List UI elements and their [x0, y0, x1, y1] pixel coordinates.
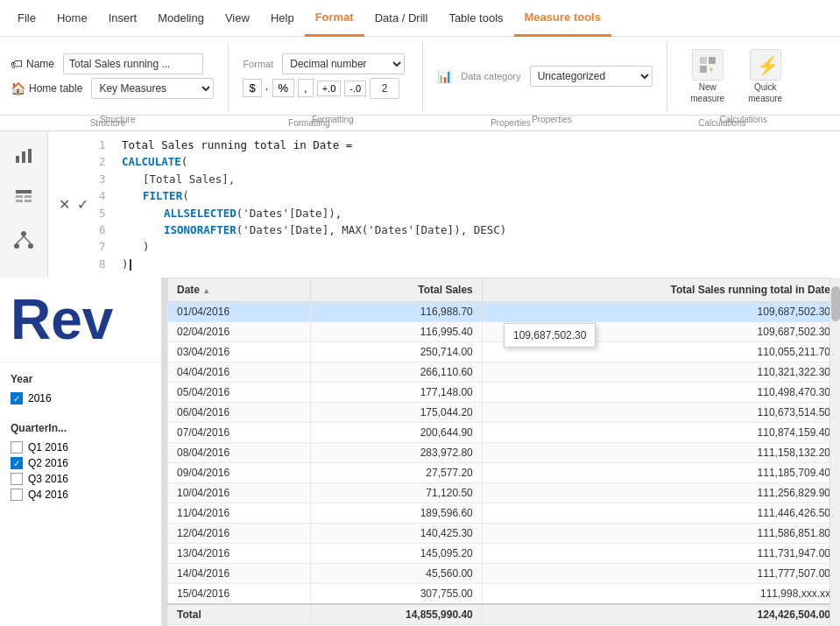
properties-label: Properties: [437, 113, 666, 125]
year-2016-item: 2016: [11, 392, 151, 404]
q3-item: Q3 2016: [11, 473, 151, 485]
menu-insert[interactable]: Insert: [98, 0, 148, 37]
cell-date: 06/04/2016: [168, 403, 311, 423]
left-sidebar: Rev Year 2016 QuarterIn... Q1 2016: [0, 278, 162, 626]
cell-running-total: 111,158,132.20: [482, 443, 839, 463]
table-row: 08/04/2016283,972.80111,158,132.20: [168, 443, 840, 463]
date-sort-icon: ▲: [202, 286, 210, 295]
running-total-column-header[interactable]: Total Sales running total in Date: [482, 278, 839, 302]
date-column-header[interactable]: Date ▲: [168, 278, 311, 302]
cell-running-total: 110,321,322.30: [482, 362, 839, 383]
year-filter: Year 2016: [11, 373, 151, 404]
rev-text-area: Rev: [0, 278, 161, 362]
menu-home[interactable]: Home: [46, 0, 98, 37]
quick-measure-button[interactable]: ⚡ Quick measure: [739, 46, 792, 107]
menu-view[interactable]: View: [215, 0, 260, 37]
menu-measure-tools[interactable]: Measure tools: [514, 0, 611, 37]
cell-running-total: 111,446,426.50: [482, 503, 839, 524]
vertical-scrollbar[interactable]: [829, 278, 840, 626]
currency-button[interactable]: $: [243, 79, 261, 97]
svg-rect-12: [25, 200, 32, 202]
line-text-2: CALCULATE(: [122, 153, 187, 170]
menu-file[interactable]: File: [7, 0, 46, 37]
cell-running-total: 110,874,159.40: [482, 423, 839, 443]
total-sales-column-header[interactable]: Total Sales: [310, 278, 482, 302]
svg-rect-7: [28, 149, 32, 163]
home-table-icon-btn: 🏠 Home table: [7, 80, 86, 97]
menu-help[interactable]: Help: [260, 0, 305, 37]
table-row: 07/04/2016200,644.90110,874,159.40: [168, 423, 840, 443]
formula-content-area: 1 Total Sales running total in Date = 2 …: [99, 137, 829, 272]
q2-checkbox[interactable]: [11, 457, 23, 469]
table-scroll-container[interactable]: Date ▲ Total Sales Total Sales running t…: [162, 278, 840, 626]
quick-measure-icon: ⚡: [750, 49, 781, 81]
line-text-4: FILTER(: [122, 187, 189, 204]
ribbon-name-row: 🏷 Name: [7, 53, 203, 74]
menu-data-drill[interactable]: Data / Drill: [364, 0, 439, 37]
year-2016-checkbox[interactable]: [11, 392, 23, 404]
line-text-7: ): [122, 238, 150, 255]
svg-point-14: [14, 243, 19, 249]
line-num-1: 1: [99, 137, 115, 153]
decimal-value-input[interactable]: [370, 78, 399, 99]
cell-date: 02/04/2016: [168, 322, 311, 342]
q1-checkbox[interactable]: [11, 441, 23, 454]
cell-total-sales: 27,577.20: [310, 463, 482, 483]
quick-measure-label: Quick: [754, 82, 777, 92]
cell-total-sales: 177,148.00: [310, 383, 482, 403]
table-row: 02/04/2016116,995.40109,687,502.30: [168, 322, 840, 342]
new-measure-button[interactable]: + New measure: [681, 46, 734, 107]
table-row: 15/04/2016307,755.00111,998,xxx.xx: [168, 584, 840, 605]
line-num-8: 8: [99, 256, 115, 272]
decimal-decrease-btn[interactable]: -.0: [344, 81, 366, 96]
svg-line-17: [24, 236, 31, 243]
cell-total-sales: 175,044.20: [310, 403, 482, 423]
quarter-filter-title: QuarterIn...: [11, 422, 151, 434]
format-row: Format Decimal number: [243, 53, 405, 74]
table-row: 10/04/201671,120.50111,256,829.90: [168, 483, 840, 503]
measures-header-bar: ✕ ✓ 1 Total Sales running total in Date …: [48, 131, 840, 278]
line-num-5: 5: [99, 205, 115, 222]
line-text-6: ISONORAFTER('Dates'[Date], MAX('Dates'[D…: [122, 222, 506, 238]
line-num-7: 7: [99, 238, 115, 255]
home-table-label: Home table: [29, 82, 82, 95]
format-select[interactable]: Decimal number: [282, 53, 405, 74]
chart-icon[interactable]: [10, 142, 38, 170]
quick-measure-sub-label: measure: [748, 94, 782, 103]
svg-rect-6: [22, 151, 25, 163]
q4-checkbox[interactable]: [11, 489, 23, 501]
q3-checkbox[interactable]: [11, 473, 23, 485]
confirm-formula-icon[interactable]: ✓: [77, 196, 88, 213]
table-row: 14/04/201645,560.00111,777,507.00: [168, 564, 840, 584]
line-num-6: 6: [99, 222, 115, 238]
table-icon[interactable]: [10, 184, 38, 212]
line-text-8: ): [122, 256, 131, 272]
menu-table-tools[interactable]: Table tools: [438, 0, 513, 37]
cell-date: 12/04/2016: [168, 524, 311, 544]
home-table-select[interactable]: Key Measures: [91, 78, 214, 99]
cell-total-sales: 145,095.20: [310, 544, 482, 564]
formula-line-8: 8 ): [99, 256, 829, 272]
format-label: Format: [243, 59, 273, 69]
cell-total-sales: 140,425.30: [310, 524, 482, 544]
ribbon-formatting-group: Format Decimal number $ · % , +.0 -.0 Fo…: [243, 41, 423, 111]
model-icon[interactable]: [10, 226, 38, 254]
data-category-row: 📊 Data category Uncategorized: [437, 66, 652, 87]
formula-controls: ✕ ✓: [59, 196, 88, 213]
formatting-label: Formatting: [243, 113, 422, 125]
menu-format[interactable]: Format: [305, 0, 364, 37]
menu-modeling[interactable]: Modeling: [147, 0, 215, 37]
percent-button[interactable]: %: [272, 79, 295, 97]
line-text-3: [Total Sales],: [122, 171, 235, 187]
data-category-select[interactable]: Uncategorized: [530, 66, 653, 87]
comma-button[interactable]: ,: [298, 79, 314, 97]
bottom-area: Rev Year 2016 QuarterIn... Q1 2016: [0, 278, 840, 626]
cancel-formula-icon[interactable]: ✕: [59, 196, 70, 213]
resize-handle[interactable]: [162, 278, 167, 626]
cell-date: 01/04/2016: [168, 302, 311, 322]
decimal-increase-btn[interactable]: +.0: [317, 81, 342, 96]
cell-date: 08/04/2016: [168, 443, 311, 463]
q4-item: Q4 2016: [11, 489, 151, 501]
formula-editor[interactable]: 1 Total Sales running total in Date = 2 …: [99, 137, 829, 272]
name-input[interactable]: [63, 53, 203, 74]
